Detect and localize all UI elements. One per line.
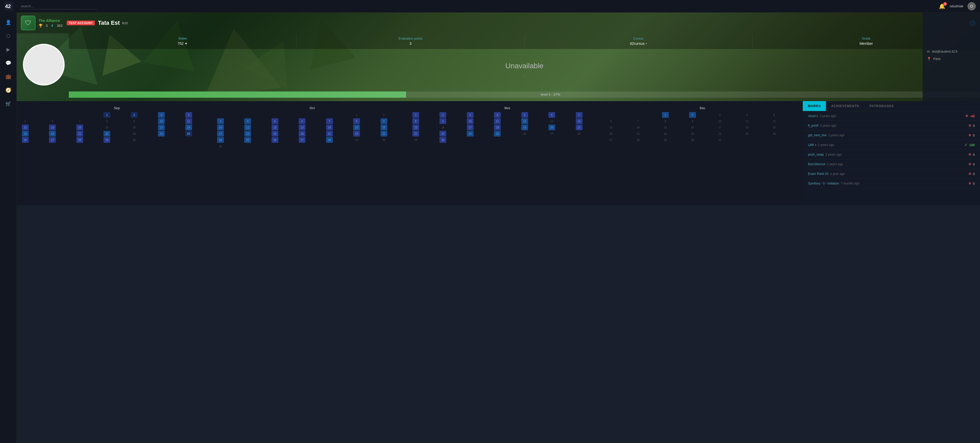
calendar-day[interactable]: 9 bbox=[689, 118, 696, 124]
calendar-day[interactable]: 17 bbox=[467, 125, 474, 130]
calendar-day[interactable]: 26 bbox=[22, 137, 29, 143]
calendar-day[interactable]: 6 bbox=[299, 118, 305, 124]
calendar-day[interactable]: 22 bbox=[353, 131, 360, 137]
avatar[interactable]: O bbox=[967, 2, 976, 10]
calendar-day[interactable]: 19 bbox=[22, 131, 29, 137]
calendar-day[interactable]: 27 bbox=[299, 137, 305, 143]
calendar-day[interactable]: 14 bbox=[635, 125, 641, 130]
calendar-day[interactable]: 10 bbox=[217, 125, 224, 130]
calendar-day[interactable]: 19 bbox=[521, 125, 528, 130]
calendar-day[interactable]: 4 bbox=[744, 112, 750, 118]
tab-achievements[interactable]: ACHIEVEMENTS bbox=[826, 101, 864, 111]
tab-patronages[interactable]: PATRONAGES bbox=[864, 101, 899, 111]
calendar-day[interactable]: 5 bbox=[521, 112, 528, 118]
calendar-day[interactable]: 8 bbox=[662, 118, 669, 124]
mark-name[interactable]: cloud-1 bbox=[808, 114, 818, 118]
calendar-day[interactable]: 19 bbox=[272, 131, 278, 137]
username-label[interactable]: odudniak bbox=[950, 4, 963, 8]
calendar-day[interactable]: 2 bbox=[131, 112, 138, 118]
calendar-day[interactable]: 16 bbox=[380, 125, 387, 130]
calendar-day[interactable]: 22 bbox=[662, 131, 669, 137]
calendar-day[interactable]: 18 bbox=[244, 131, 251, 137]
calendar-day[interactable]: 23 bbox=[380, 131, 387, 137]
calendar-day[interactable]: 31 bbox=[217, 143, 224, 149]
mark-name[interactable]: push_swap bbox=[808, 153, 824, 156]
sidebar-item-shop[interactable]: 🛒 bbox=[3, 98, 14, 110]
calendar-day[interactable]: 18 bbox=[185, 125, 192, 130]
mark-name[interactable]: Symfony - 0 - Initiation bbox=[808, 182, 839, 185]
calendar-day[interactable]: 27 bbox=[548, 131, 555, 137]
calendar-day[interactable]: 16 bbox=[689, 125, 696, 130]
calendar-day[interactable]: 21 bbox=[635, 131, 641, 137]
calendar-day[interactable]: 11 bbox=[494, 118, 501, 124]
calendar-day[interactable]: 14 bbox=[576, 118, 582, 124]
calendar-day[interactable]: 9 bbox=[380, 118, 387, 124]
calendar-day[interactable]: 5 bbox=[771, 112, 778, 118]
calendar-day[interactable]: 15 bbox=[103, 125, 110, 130]
calendar-day[interactable]: 7 bbox=[576, 112, 582, 118]
calendar-day[interactable]: 22 bbox=[412, 131, 419, 137]
calendar-day[interactable]: 3 bbox=[217, 118, 224, 124]
calendar-day[interactable]: 5 bbox=[272, 118, 278, 124]
calendar-day[interactable]: 6 bbox=[608, 118, 614, 124]
calendar-day[interactable]: 21 bbox=[576, 125, 582, 130]
calendar-day[interactable]: 15 bbox=[662, 125, 669, 130]
calendar-day[interactable]: 13 bbox=[49, 125, 56, 130]
calendar-day[interactable]: 24 bbox=[716, 131, 723, 137]
calendar-day[interactable]: 9 bbox=[439, 118, 446, 124]
calendar-day[interactable]: 10 bbox=[158, 118, 165, 124]
mark-dropdown-icon[interactable]: ▾ bbox=[815, 144, 816, 146]
calendar-day[interactable]: 2 bbox=[380, 112, 387, 118]
calendar-day[interactable]: 11 bbox=[185, 118, 192, 124]
calendar-day[interactable]: 10 bbox=[467, 118, 474, 124]
calendar-day[interactable]: 11 bbox=[744, 118, 750, 124]
calendar-day[interactable]: 6 bbox=[49, 118, 56, 124]
calendar-day[interactable]: 28 bbox=[76, 137, 83, 143]
calendar-day[interactable]: 20 bbox=[608, 131, 614, 137]
calendar-day[interactable]: 1 bbox=[353, 112, 360, 118]
calendar-day[interactable]: 25 bbox=[185, 131, 192, 137]
notification-bell[interactable]: 🔔 1 bbox=[939, 3, 945, 10]
cursus-stat[interactable]: Cursus 42cursus ▾ bbox=[525, 35, 752, 48]
calendar-day[interactable]: 30 bbox=[689, 137, 696, 143]
calendar-day[interactable]: 27 bbox=[49, 137, 56, 143]
calendar-day[interactable]: 18 bbox=[744, 125, 750, 130]
calendar-day[interactable]: 4 bbox=[494, 112, 501, 118]
calendar-day[interactable]: 15 bbox=[412, 125, 419, 130]
calendar-day[interactable]: 27 bbox=[608, 137, 614, 143]
calendar-day[interactable]: 30 bbox=[439, 137, 446, 143]
sidebar-item-user[interactable]: 👤 bbox=[3, 17, 14, 28]
sidebar-item-explore[interactable]: 🧭 bbox=[3, 84, 14, 96]
calendar-day[interactable]: 14 bbox=[76, 125, 83, 130]
calendar-day[interactable]: 28 bbox=[326, 137, 333, 143]
calendar-day[interactable]: 2 bbox=[689, 112, 696, 118]
calendar-day[interactable]: 10 bbox=[716, 118, 723, 124]
calendar-day[interactable]: 9 bbox=[131, 118, 138, 124]
calendar-day[interactable]: 25 bbox=[494, 131, 501, 137]
tab-marks[interactable]: MARKS bbox=[803, 101, 826, 111]
calendar-day[interactable]: 20 bbox=[49, 131, 56, 137]
calendar-day[interactable]: 28 bbox=[635, 137, 641, 143]
calendar-day[interactable]: 16 bbox=[439, 125, 446, 130]
calendar-day[interactable]: 8 bbox=[103, 118, 110, 124]
calendar-day[interactable]: 30 bbox=[131, 137, 138, 143]
calendar-day[interactable]: 30 bbox=[380, 137, 387, 143]
calendar-day[interactable]: 8 bbox=[412, 118, 419, 124]
calendar-day[interactable]: 21 bbox=[326, 131, 333, 137]
sidebar-item-chat[interactable]: 💬 bbox=[3, 57, 14, 69]
calendar-day[interactable]: 1 bbox=[662, 112, 669, 118]
mark-name[interactable]: Exam Rank 02 bbox=[808, 172, 829, 176]
calendar-day[interactable]: 20 bbox=[548, 125, 555, 130]
calendar-day[interactable]: 8 bbox=[353, 118, 360, 124]
calendar-day[interactable]: 12 bbox=[22, 125, 29, 130]
calendar-day[interactable]: 3 bbox=[467, 112, 474, 118]
calendar-day[interactable]: 23 bbox=[131, 131, 138, 137]
mark-name[interactable]: Born2beroot bbox=[808, 162, 825, 166]
calendar-day[interactable]: 13 bbox=[548, 118, 555, 124]
calendar-day[interactable]: 1 bbox=[103, 112, 110, 118]
calendar-day[interactable]: 26 bbox=[771, 131, 778, 137]
calendar-day[interactable]: 25 bbox=[744, 131, 750, 137]
calendar-day[interactable]: 4 bbox=[185, 112, 192, 118]
calendar-day[interactable]: 17 bbox=[217, 131, 224, 137]
calendar-day[interactable]: 7 bbox=[76, 118, 83, 124]
